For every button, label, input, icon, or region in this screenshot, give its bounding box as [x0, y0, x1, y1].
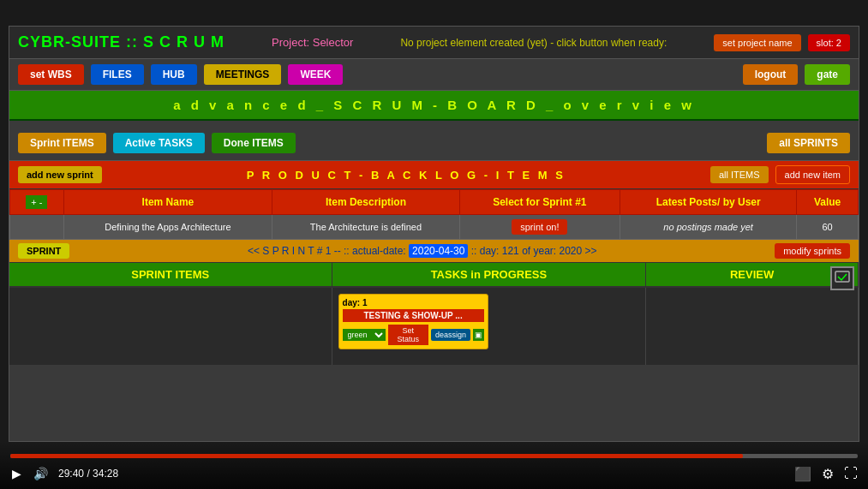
task-card: day: 1 TESTING & SHOW-UP ... green yello…	[338, 294, 488, 349]
meetings-button[interactable]: MEETINGS	[204, 64, 282, 85]
task-status-select[interactable]: green yellow red	[343, 329, 386, 341]
columns-header: SPRINT ITEMS TASKS in PROGRESS REVIEW	[9, 263, 859, 288]
task-day-label: day: 1	[343, 298, 484, 307]
all-sprints-button[interactable]: all SPRINTS	[767, 133, 850, 153]
current-time: 29:40	[58, 468, 84, 480]
col-header-value: Value	[797, 190, 859, 215]
app-title: CYBR-SUITE :: S C R U M	[18, 33, 224, 51]
wbs-button[interactable]: set WBS	[18, 64, 84, 85]
nav-right: logout gate	[743, 64, 850, 85]
files-button[interactable]: FILES	[91, 64, 144, 85]
time-display: 29:40 / 34:28	[58, 468, 118, 480]
col-review-content	[646, 288, 859, 365]
row-value: 60	[797, 215, 859, 240]
header-message: No project element created (yet) - click…	[400, 37, 667, 49]
row-item-desc: The Architecture is defined	[272, 215, 459, 240]
col-header-item-desc: Item Description	[272, 190, 459, 215]
header-bar: CYBR-SUITE :: S C R U M Project: Selecto…	[9, 27, 859, 59]
gate-button[interactable]: gate	[805, 64, 850, 85]
sprint-date: 2020-04-30	[409, 244, 468, 258]
col-header-latest-posts: Latest Posts/ by User	[620, 190, 797, 215]
columns-content: day: 1 TESTING & SHOW-UP ... green yello…	[9, 288, 859, 365]
task-controls: green yellow red Set Status deassign ▣	[343, 325, 484, 345]
volume-button[interactable]: 🔊	[32, 465, 50, 482]
sprint-info: << S P R I N T # 1 -- :: actual-date: 20…	[76, 245, 768, 257]
week-button[interactable]: WEEK	[288, 64, 343, 85]
play-button[interactable]: ▶	[10, 465, 23, 482]
col-header-item-name: Item Name	[63, 190, 272, 215]
task-icon-button[interactable]: ▣	[473, 329, 484, 341]
sprint-bar: SPRINT << S P R I N T # 1 -- :: actual-d…	[9, 240, 859, 263]
ctrl-right: ⬛ ⚙ ⛶	[794, 466, 858, 482]
hub-button[interactable]: HUB	[151, 64, 197, 85]
row-sprint-select: sprint on!	[459, 215, 620, 240]
total-time: 34:28	[93, 468, 118, 480]
row-posts: no postings made yet	[620, 215, 797, 240]
tab-row: Sprint ITEMS Active TASKS Done ITEMS all…	[9, 126, 859, 161]
table-row: Defining the Apps Architecture The Archi…	[10, 215, 859, 240]
nav-row: set WBS FILES HUB MEETINGS WEEK logout g…	[9, 59, 859, 91]
fullscreen-button[interactable]: ⛶	[844, 466, 858, 482]
all-items-button[interactable]: all ITEMS	[710, 166, 769, 183]
col-header-sprint-items: SPRINT ITEMS	[9, 263, 332, 286]
title-bar: a d v a n c e d _ S C R U M - B O A R D …	[9, 91, 859, 121]
video-controls: ▶ 🔊 29:40 / 34:28 ⬛ ⚙ ⛶	[0, 442, 868, 489]
video-container: CYBR-SUITE :: S C R U M Project: Selecto…	[0, 0, 868, 489]
task-set-status-button[interactable]: Set Status	[388, 325, 428, 345]
row-plusminus	[10, 215, 64, 240]
col-header-review: REVIEW	[646, 263, 859, 286]
backlog-title: P R O D U C T - B A C K L O G - I T E M …	[109, 169, 703, 182]
col-tasks-content: day: 1 TESTING & SHOW-UP ... green yello…	[332, 288, 647, 365]
sprint-items-tab[interactable]: Sprint ITEMS	[18, 133, 106, 153]
active-tasks-tab[interactable]: Active TASKS	[113, 133, 205, 153]
sprint-label-button[interactable]: SPRINT	[18, 243, 69, 259]
app-area: CYBR-SUITE :: S C R U M Project: Selecto…	[9, 26, 859, 442]
done-items-tab[interactable]: Done ITEMS	[212, 133, 296, 153]
col-header-plusminus: + -	[10, 190, 64, 215]
modify-sprints-button[interactable]: modify sprints	[775, 243, 850, 259]
task-deassign-button[interactable]: deassign	[431, 329, 470, 341]
user-name: Project: Selector	[272, 36, 353, 49]
review-icon[interactable]	[830, 266, 854, 290]
task-title: TESTING & SHOW-UP ...	[343, 309, 484, 322]
slot-button[interactable]: slot: 2	[808, 34, 850, 51]
logout-button[interactable]: logout	[743, 64, 799, 85]
add-sprint-button[interactable]: add new sprint	[18, 166, 102, 183]
add-new-item-button[interactable]: add new item	[775, 165, 850, 184]
sprint-on-button[interactable]: sprint on!	[512, 219, 567, 235]
backlog-header: add new sprint P R O D U C T - B A C K L…	[9, 161, 859, 189]
captions-button[interactable]: ⬛	[794, 466, 811, 482]
header-right: set project name slot: 2	[714, 34, 850, 51]
controls-row: ▶ 🔊 29:40 / 34:28 ⬛ ⚙ ⛶	[10, 465, 858, 482]
progress-bar-fill	[10, 454, 743, 458]
col-header-select-sprint: Select for Sprint #1	[459, 190, 620, 215]
plus-minus-button[interactable]: + -	[26, 195, 47, 209]
tab-right: all SPRINTS	[767, 133, 850, 153]
col-sprint-items-content	[9, 288, 332, 365]
settings-button[interactable]: ⚙	[822, 466, 834, 482]
svg-rect-0	[835, 271, 849, 282]
col-review-label: REVIEW	[730, 268, 774, 281]
row-item-name: Defining the Apps Architecture	[63, 215, 272, 240]
set-project-button[interactable]: set project name	[714, 34, 800, 51]
backlog-table: + - Item Name Item Description Select fo…	[9, 189, 859, 240]
progress-bar-container[interactable]	[10, 454, 858, 458]
col-header-tasks: TASKS in PROGRESS	[332, 263, 647, 286]
